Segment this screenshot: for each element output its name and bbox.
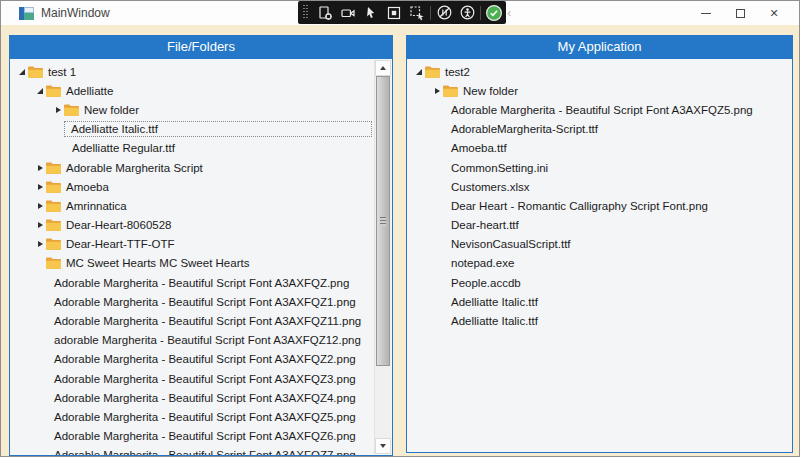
- lasso-select-icon[interactable]: [407, 3, 427, 22]
- script-settings-icon[interactable]: [315, 3, 335, 22]
- expander-spacer: [431, 273, 443, 292]
- expander-closed-icon[interactable]: [34, 196, 46, 215]
- maximize-icon: [736, 9, 745, 18]
- expander-spacer: [34, 369, 46, 388]
- vertical-scrollbar[interactable]: [374, 60, 391, 454]
- tree-item-label: Dear-heart.ttf: [449, 218, 521, 232]
- expander-closed-icon[interactable]: [34, 216, 46, 235]
- expander-spacer: [34, 427, 46, 446]
- tree-row[interactable]: notepad.exe: [407, 254, 792, 273]
- tree-row[interactable]: MC Sweet Hearts MC Sweet Hearts: [10, 254, 374, 273]
- tree-row[interactable]: Adorable Margherita Script: [10, 158, 374, 177]
- tree-item-label: CommonSetting.ini: [449, 161, 550, 175]
- tree-row[interactable]: test2: [407, 62, 792, 81]
- tree-row[interactable]: Adorable Margherita - Beautiful Script F…: [10, 407, 374, 426]
- scroll-down-button[interactable]: [375, 438, 391, 454]
- tree-row[interactable]: Adorable Margherita - Beautiful Script F…: [10, 388, 374, 407]
- tree-row[interactable]: New folder: [10, 100, 374, 119]
- expander-spacer: [431, 196, 443, 215]
- close-button[interactable]: ✕: [757, 1, 791, 25]
- tree-row[interactable]: Adorable Margherita - Beautiful Script F…: [10, 273, 374, 292]
- expander-spacer: [34, 292, 46, 311]
- maximize-button[interactable]: [723, 1, 757, 25]
- tree-row[interactable]: Adelliatte Italic.ttf: [407, 292, 792, 311]
- folder-icon: [46, 181, 64, 193]
- tree-row[interactable]: Amoeba.ttf: [407, 139, 792, 158]
- tree-item-label: Amrinnatica: [64, 199, 129, 213]
- tree-row[interactable]: adorable Margherita - Beautiful Script F…: [10, 331, 374, 350]
- expander-open-icon[interactable]: [16, 62, 28, 81]
- folder-icon: [28, 66, 46, 78]
- minimize-button[interactable]: [689, 1, 723, 25]
- expander-spacer: [431, 254, 443, 273]
- expander-spacer: [431, 100, 443, 119]
- tree-row[interactable]: Customers.xlsx: [407, 177, 792, 196]
- tree-row[interactable]: Dear-Heart-8060528: [10, 216, 374, 235]
- toolbar-separator: [480, 6, 481, 20]
- expander-closed-icon[interactable]: [34, 158, 46, 177]
- app-icon: [19, 7, 34, 20]
- window-title: MainWindow: [41, 6, 110, 20]
- tree-row[interactable]: Adelliatte Italic.ttf: [407, 311, 792, 330]
- tree-row[interactable]: Adorable Margherita - Beautiful Script F…: [10, 350, 374, 369]
- tree-row[interactable]: Dear-Heart-TTF-OTF: [10, 235, 374, 254]
- tree-row[interactable]: Dear Heart - Romantic Calligraphy Script…: [407, 196, 792, 215]
- tree-row[interactable]: Amoeba: [10, 177, 374, 196]
- tree-item-label: Dear-Heart-8060528: [64, 218, 173, 232]
- expander-closed-icon[interactable]: [52, 100, 64, 119]
- tree-item-label: Adorable Margherita - Beautiful Script F…: [52, 276, 351, 290]
- confirm-check-icon[interactable]: [484, 3, 504, 22]
- tree-row[interactable]: People.accdb: [407, 273, 792, 292]
- tree-row[interactable]: Adorable Margherita - Beautiful Script F…: [10, 311, 374, 330]
- tree-row[interactable]: Adorable Margherita - Beautiful Script F…: [10, 292, 374, 311]
- folder-icon: [46, 219, 64, 231]
- application-panel: My Application test2New folderAdorable M…: [406, 35, 793, 453]
- tree-row[interactable]: Adorable Margherita - Beautiful Script F…: [10, 427, 374, 446]
- tree-item-label: Adorable Margherita - Beautiful Script F…: [52, 391, 358, 405]
- expander-open-icon[interactable]: [34, 81, 46, 100]
- tree-row[interactable]: Dear-heart.ttf: [407, 216, 792, 235]
- expander-closed-icon[interactable]: [34, 177, 46, 196]
- region-select-icon[interactable]: [384, 3, 404, 22]
- tree-row[interactable]: Adorable Margherita - Beautiful Script F…: [10, 446, 374, 456]
- tree-item-label: adorable Margherita - Beautiful Script F…: [52, 333, 363, 347]
- tree-row[interactable]: NevisonCasualScript.ttf: [407, 235, 792, 254]
- cursor-icon[interactable]: [361, 3, 381, 22]
- person-target-icon[interactable]: [457, 3, 477, 22]
- expander-spacer: [431, 235, 443, 254]
- capture-toolbar: ‹: [298, 1, 506, 24]
- expander-spacer: [431, 311, 443, 330]
- drag-handle-icon[interactable]: [303, 5, 310, 20]
- minimize-icon: [701, 13, 711, 14]
- scroll-up-button[interactable]: [375, 60, 391, 76]
- tree-item-label: Customers.xlsx: [449, 180, 532, 194]
- tree-row[interactable]: CommonSetting.ini: [407, 158, 792, 177]
- tree-row[interactable]: AdorableMargherita-Script.ttf: [407, 120, 792, 139]
- expander-spacer: [52, 139, 64, 158]
- tree-row[interactable]: Adelliatte Italic.ttf: [10, 120, 374, 139]
- tree-item-label: New folder: [82, 103, 141, 117]
- expander-open-icon[interactable]: [413, 62, 425, 81]
- folder-icon: [425, 66, 443, 78]
- tree-item-label: People.accdb: [449, 276, 523, 290]
- expander-spacer: [34, 388, 46, 407]
- scrollbar-thumb[interactable]: [376, 76, 390, 366]
- scrollbar-track[interactable]: [375, 76, 391, 438]
- tree-item-label: Adorable Margherita - Beautiful Script F…: [449, 103, 755, 117]
- tree-row[interactable]: test 1: [10, 62, 374, 81]
- tree-item-label: Adorable Margherita - Beautiful Script F…: [52, 372, 358, 386]
- tree-row[interactable]: Adelliatte: [10, 81, 374, 100]
- tree-item-label: Adorable Margherita - Beautiful Script F…: [52, 295, 358, 309]
- tree-row[interactable]: Adorable Margherita - Beautiful Script F…: [407, 100, 792, 119]
- tree-row[interactable]: Adorable Margherita - Beautiful Script F…: [10, 369, 374, 388]
- camera-icon[interactable]: [338, 3, 358, 22]
- tree-item-label: Adorable Margherita - Beautiful Script F…: [52, 448, 358, 456]
- tree-row[interactable]: New folder: [407, 81, 792, 100]
- pause-disabled-icon[interactable]: [434, 3, 454, 22]
- folder-icon: [443, 85, 461, 97]
- tree-row[interactable]: Adelliatte Regular.ttf: [10, 139, 374, 158]
- collapse-chevron-icon[interactable]: ‹: [507, 3, 511, 22]
- expander-closed-icon[interactable]: [431, 81, 443, 100]
- expander-closed-icon[interactable]: [34, 235, 46, 254]
- tree-row[interactable]: Amrinnatica: [10, 196, 374, 215]
